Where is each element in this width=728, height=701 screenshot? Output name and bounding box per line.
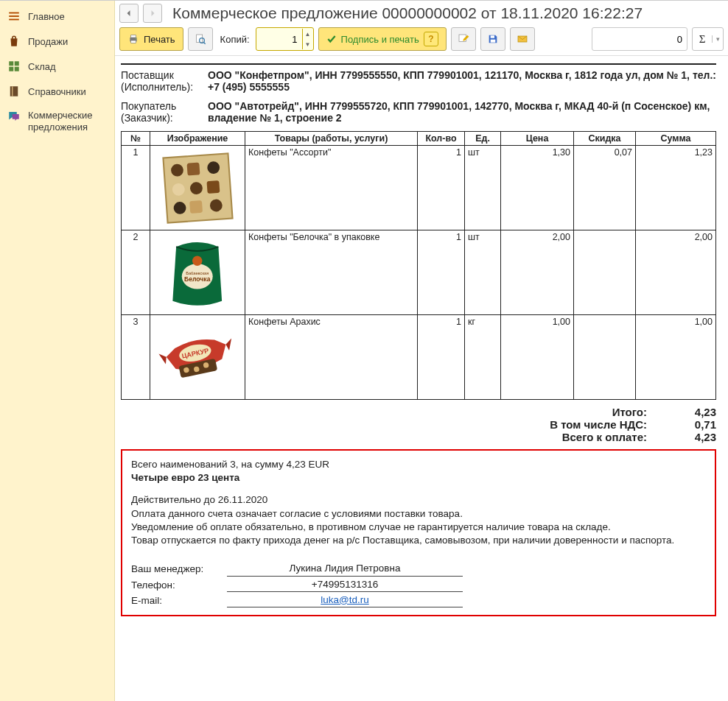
nav-forward-button[interactable] xyxy=(143,4,162,23)
vat-value: 0,71 xyxy=(657,418,716,431)
copies-input[interactable] xyxy=(256,33,302,46)
grid-icon xyxy=(7,60,21,73)
sign-print-button[interactable]: Подпись и печать ? xyxy=(318,27,447,51)
total-value: 4,23 xyxy=(657,406,716,418)
vat-label: В том числе НДС: xyxy=(550,418,647,431)
col-unit: Ед. xyxy=(465,132,501,146)
sidebar-item-offers[interactable]: Коммерческие предложения xyxy=(0,104,114,140)
table-row: 2 БабаевскаяБелочка Конфеты "Белочка" в … xyxy=(122,230,716,315)
copies-label: Копий: xyxy=(220,34,250,45)
svg-rect-28 xyxy=(189,200,203,213)
chat-icon xyxy=(7,110,21,123)
col-price: Цена xyxy=(501,132,574,146)
number-input[interactable] xyxy=(592,27,687,51)
svg-rect-22 xyxy=(186,162,200,175)
email-value: luka@td.ru xyxy=(227,593,463,607)
menu-icon xyxy=(7,10,21,23)
svg-rect-4 xyxy=(15,61,19,66)
svg-rect-17 xyxy=(490,35,494,38)
sigma-icon: Σ xyxy=(693,33,712,46)
email-link[interactable]: luka@td.ru xyxy=(321,594,368,605)
table-row: 3 ЦАРКУР Конфеты Арахис 1 кг 1,00 1,00 xyxy=(122,315,716,400)
pay-value: 4,23 xyxy=(657,431,716,443)
phone-value: +74995131316 xyxy=(227,578,463,592)
sidebar-item-label: Главное xyxy=(28,11,65,22)
items-table: № Изображение Товары (работы, услуги) Ко… xyxy=(121,131,716,400)
preview-icon xyxy=(195,33,206,45)
print-button-label: Печать xyxy=(144,34,175,45)
toolbar: Печать Копий: ▲▼ Подпись и печать ? xyxy=(115,23,728,56)
col-disc: Скидка xyxy=(574,132,636,146)
email-label: E-mail: xyxy=(131,594,227,607)
buyer-label: Покупатель (Заказчик): xyxy=(121,100,202,124)
svg-text:Белочка: Белочка xyxy=(184,275,211,282)
supplier-label: Поставщик (Исполнитель): xyxy=(121,69,202,93)
sidebar-item-label: Коммерческие предложения xyxy=(28,110,93,134)
product-image xyxy=(153,147,242,228)
col-img: Изображение xyxy=(150,132,245,146)
pay-label: Всего к оплате: xyxy=(562,431,647,443)
manager-value: Лукина Лидия Петровна xyxy=(227,562,463,576)
svg-rect-8 xyxy=(12,86,13,96)
printer-icon xyxy=(127,33,139,45)
totals: Итого:4,23 В том числе НДС:0,71 Всего к … xyxy=(121,406,716,443)
terms-line: Товар отпускается по факту прихода денег… xyxy=(131,534,706,547)
sum-button[interactable]: Σ ▾ xyxy=(692,27,724,51)
sidebar-item-refs[interactable]: Справочники xyxy=(0,79,114,104)
sidebar-item-label: Продажи xyxy=(28,36,68,47)
spin-up-icon[interactable]: ▲ xyxy=(303,29,313,39)
sidebar-item-label: Склад xyxy=(28,61,56,72)
svg-rect-5 xyxy=(9,67,13,71)
supplier-value: ООО "Конфетпром", ИНН 7799555550, КПП 77… xyxy=(208,69,716,93)
help-icon[interactable]: ? xyxy=(424,32,438,46)
print-button[interactable]: Печать xyxy=(119,27,183,51)
bag-icon xyxy=(7,35,21,48)
sign-print-label: Подпись и печать xyxy=(341,34,419,45)
page-title: Коммерческое предложение 00000000002 от … xyxy=(172,4,643,22)
phone-label: Телефон: xyxy=(131,579,227,592)
product-image: ЦАРКУР xyxy=(153,317,242,398)
dropdown-icon[interactable]: ▾ xyxy=(712,35,723,43)
product-image: БабаевскаяБелочка xyxy=(153,232,242,313)
sidebar-item-warehouse[interactable]: Склад xyxy=(0,54,114,79)
preview-button[interactable] xyxy=(188,27,213,51)
svg-rect-10 xyxy=(131,35,136,38)
svg-rect-26 xyxy=(206,180,220,194)
book-icon xyxy=(7,85,21,98)
svg-rect-6 xyxy=(15,67,19,71)
table-row: 1 Конфеты "Ассорти" 1 шт 1,30 0,07 1,23 xyxy=(122,146,716,230)
save-icon xyxy=(487,33,499,45)
valid-line: Действительно до 26.11.2020 xyxy=(131,493,706,507)
footer-box: Всего наименований 3, на сумму 4,23 EUR … xyxy=(121,449,716,616)
col-sum: Сумма xyxy=(636,132,716,146)
col-name: Товары (работы, услуги) xyxy=(245,132,418,146)
svg-rect-3 xyxy=(9,61,13,66)
sidebar-item-sales[interactable]: Продажи xyxy=(0,29,114,54)
mail-icon xyxy=(517,33,528,45)
nav-back-button[interactable] xyxy=(119,4,139,23)
sidebar-item-main[interactable]: Главное xyxy=(0,4,114,29)
svg-rect-18 xyxy=(490,40,495,43)
svg-point-12 xyxy=(136,38,136,39)
spin-down-icon[interactable]: ▼ xyxy=(303,39,313,49)
manager-label: Ваш менеджер: xyxy=(131,563,227,576)
edit-button[interactable] xyxy=(451,27,476,51)
sidebar: Главное Продажи Склад Справочники Коммер… xyxy=(0,1,115,701)
svg-point-33 xyxy=(192,256,202,265)
svg-rect-7 xyxy=(10,86,18,96)
email-button[interactable] xyxy=(510,27,535,51)
title-bar: Коммерческое предложение 00000000002 от … xyxy=(115,1,728,23)
col-num: № xyxy=(122,132,150,146)
check-icon xyxy=(326,34,337,44)
edit-icon xyxy=(458,33,469,45)
col-qty: Кол-во xyxy=(418,132,465,146)
count-line: Всего наименований 3, на сумму 4,23 EUR xyxy=(131,458,706,471)
copies-spinner[interactable]: ▲▼ xyxy=(256,27,314,51)
terms-line: Уведомление об оплате обязательно, в про… xyxy=(131,521,706,534)
sidebar-item-label: Справочники xyxy=(28,86,86,97)
total-label: Итого: xyxy=(612,406,647,418)
save-button[interactable] xyxy=(480,27,505,51)
terms-line: Оплата данного счета означает согласие с… xyxy=(131,507,706,521)
svg-line-15 xyxy=(203,42,206,44)
sum-words: Четыре евро 23 цента xyxy=(131,471,706,485)
